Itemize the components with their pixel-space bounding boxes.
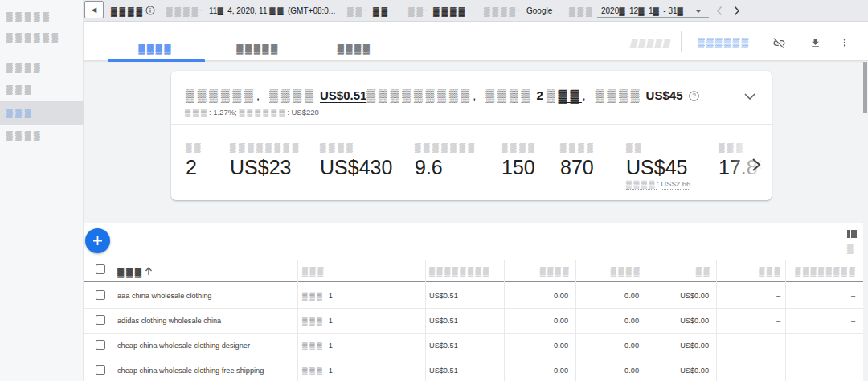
svg-text:?: ? xyxy=(692,92,696,100)
